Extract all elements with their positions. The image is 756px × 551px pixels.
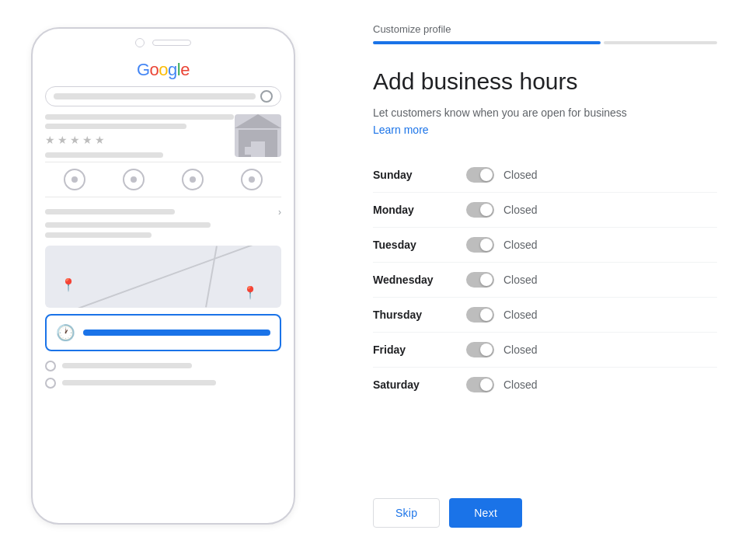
progress-label: Customize profile bbox=[373, 23, 717, 35]
toggle-tuesday[interactable] bbox=[466, 237, 494, 253]
directions-icon bbox=[123, 169, 145, 190]
shop-door bbox=[251, 141, 265, 157]
phone-camera bbox=[135, 38, 145, 47]
day-row-sunday: SundayClosed bbox=[373, 158, 717, 193]
business-card: ★ ★ ★ ★ ★ bbox=[45, 114, 281, 162]
bottom-item bbox=[45, 361, 281, 371]
day-status-saturday: Closed bbox=[503, 378, 538, 391]
phone-speaker bbox=[152, 40, 191, 46]
toggle-friday[interactable] bbox=[466, 342, 494, 357]
star-icon: ★ bbox=[82, 134, 92, 146]
page-title: Add business hours bbox=[373, 68, 717, 96]
star-icon: ★ bbox=[45, 134, 55, 146]
day-status-friday: Closed bbox=[503, 344, 538, 356]
day-status-wednesday: Closed bbox=[503, 274, 538, 286]
day-label-thursday: Thursday bbox=[373, 309, 466, 321]
skeleton-line bbox=[62, 363, 192, 368]
skeleton-line bbox=[45, 114, 234, 120]
skeleton-line bbox=[45, 124, 186, 129]
toggle-container-sunday: Closed bbox=[466, 167, 538, 183]
toggle-container-saturday: Closed bbox=[466, 377, 538, 392]
skeleton-line bbox=[45, 152, 163, 158]
map-line bbox=[52, 246, 274, 308]
map-line bbox=[205, 246, 218, 307]
map-pin-icon: 📍 bbox=[61, 277, 76, 292]
call-icon bbox=[64, 169, 85, 190]
day-row-tuesday: TuesdayClosed bbox=[373, 228, 717, 263]
toggle-thursday[interactable] bbox=[466, 307, 494, 323]
bottom-items bbox=[45, 357, 281, 398]
next-button[interactable]: Next bbox=[449, 498, 522, 528]
phone-preview-panel: Google bbox=[0, 0, 326, 551]
share-icon bbox=[241, 169, 263, 190]
day-row-monday: MondayClosed bbox=[373, 193, 717, 228]
content-row: › bbox=[45, 207, 281, 218]
skeleton-line bbox=[62, 380, 216, 385]
day-status-monday: Closed bbox=[503, 204, 538, 216]
footer-buttons: Skip Next bbox=[373, 483, 717, 528]
right-panel: Customize profile Add business hours Let… bbox=[326, 0, 756, 551]
phone-top-bar bbox=[33, 29, 294, 54]
save-icon bbox=[182, 169, 204, 190]
toggle-container-thursday: Closed bbox=[466, 307, 538, 323]
subtitle-text: Let customers know when you are open for… bbox=[373, 106, 717, 119]
search-icon bbox=[260, 90, 273, 103]
toggle-wednesday[interactable] bbox=[466, 272, 494, 288]
google-logo: Google bbox=[45, 60, 281, 80]
day-label-sunday: Sunday bbox=[373, 169, 466, 181]
toggle-container-friday: Closed bbox=[466, 342, 538, 357]
day-label-monday: Monday bbox=[373, 204, 466, 216]
search-bar-fill bbox=[54, 93, 256, 99]
clock-icon: 🕐 bbox=[56, 323, 75, 342]
progress-empty bbox=[604, 41, 717, 44]
star-icon: ★ bbox=[57, 134, 68, 146]
map-pin-icon: 📍 bbox=[242, 285, 258, 300]
toggle-container-tuesday: Closed bbox=[466, 237, 538, 253]
toggle-container-monday: Closed bbox=[466, 202, 538, 218]
more-content: › bbox=[45, 204, 281, 246]
skeleton-line bbox=[45, 209, 175, 214]
star-icon: ★ bbox=[95, 134, 105, 146]
day-row-friday: FridayClosed bbox=[373, 333, 717, 368]
days-list: SundayClosedMondayClosedTuesdayClosedWed… bbox=[373, 158, 717, 402]
shop-body bbox=[239, 130, 277, 157]
toggle-container-wednesday: Closed bbox=[466, 272, 538, 288]
day-row-wednesday: WednesdayClosed bbox=[373, 263, 717, 298]
map-section: 📍 📍 bbox=[45, 246, 281, 308]
progress-bar bbox=[373, 41, 717, 44]
globe-icon bbox=[45, 378, 56, 389]
day-status-thursday: Closed bbox=[503, 309, 538, 321]
day-status-tuesday: Closed bbox=[503, 239, 538, 251]
hours-bar bbox=[83, 330, 270, 336]
shop-image bbox=[235, 114, 281, 157]
progress-section: Customize profile bbox=[373, 23, 717, 44]
toggle-saturday[interactable] bbox=[466, 377, 494, 392]
bottom-item bbox=[45, 378, 281, 389]
chevron-right-icon: › bbox=[278, 207, 281, 218]
learn-more-link[interactable]: Learn more bbox=[373, 124, 717, 136]
shop-roof bbox=[235, 114, 281, 128]
skip-button[interactable]: Skip bbox=[373, 498, 440, 528]
skeleton-line bbox=[45, 232, 152, 238]
phone-content: Google bbox=[33, 54, 294, 404]
hours-highlight-card: 🕐 bbox=[45, 314, 281, 351]
stars-row: ★ ★ ★ ★ ★ bbox=[45, 134, 228, 146]
day-label-wednesday: Wednesday bbox=[373, 274, 466, 286]
day-label-friday: Friday bbox=[373, 344, 466, 356]
toggle-monday[interactable] bbox=[466, 202, 494, 218]
day-status-sunday: Closed bbox=[503, 169, 538, 181]
skeleton-line bbox=[45, 222, 211, 228]
day-label-tuesday: Tuesday bbox=[373, 239, 466, 251]
star-icon: ★ bbox=[70, 134, 80, 146]
phone-icon bbox=[45, 361, 56, 371]
day-row-saturday: SaturdayClosed bbox=[373, 368, 717, 402]
progress-filled bbox=[373, 41, 601, 44]
phone-mockup: Google bbox=[31, 27, 295, 525]
phone-search-bar bbox=[45, 86, 281, 106]
action-icons-row bbox=[45, 162, 281, 197]
toggle-sunday[interactable] bbox=[466, 167, 494, 183]
day-row-thursday: ThursdayClosed bbox=[373, 298, 717, 333]
day-label-saturday: Saturday bbox=[373, 378, 466, 391]
